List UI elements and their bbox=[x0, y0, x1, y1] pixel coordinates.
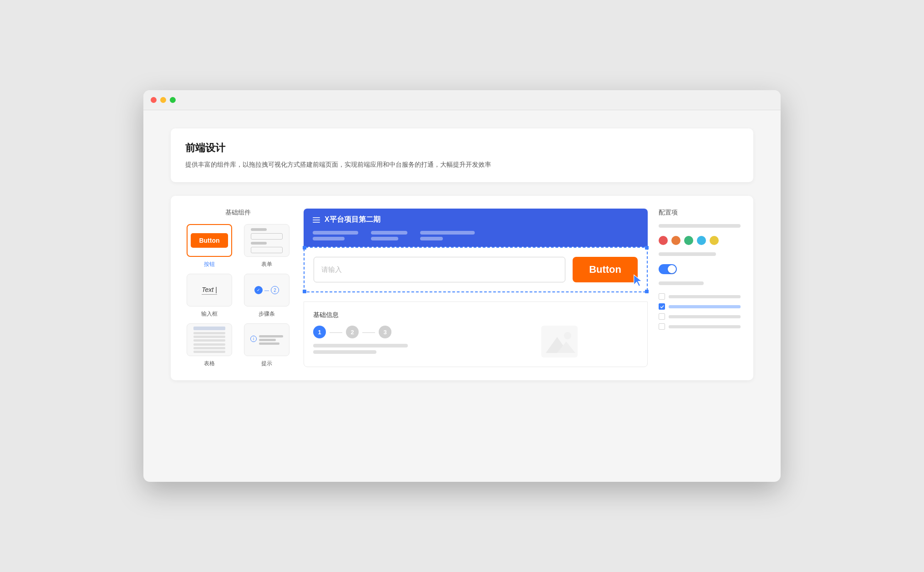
checkbox-row-1 bbox=[659, 293, 741, 300]
checkbox-label-4 bbox=[669, 325, 741, 328]
canvas-project-title: X平台项目第二期 bbox=[325, 215, 381, 225]
canvas-nav bbox=[313, 231, 639, 240]
config-bar-1 bbox=[659, 224, 741, 228]
canvas-button-label: Button bbox=[589, 264, 621, 276]
header-card: 前端设计 提供丰富的组件库，以拖拉拽可视化方式搭建前端页面，实现前端应用和中台服… bbox=[171, 128, 753, 182]
step-1: 1 bbox=[313, 326, 326, 338]
component-label-button: 按钮 bbox=[204, 260, 215, 268]
config-bar-3 bbox=[659, 281, 704, 285]
main-content: 前端设计 提供丰富的组件库，以拖拉拽可视化方式搭建前端页面，实现前端应用和中台服… bbox=[143, 110, 781, 398]
canvas-header-top: X平台项目第二期 bbox=[313, 215, 639, 225]
component-box-button[interactable]: Button bbox=[187, 224, 232, 257]
step-connector-1: —— bbox=[330, 328, 342, 336]
checkbox-row-2 bbox=[659, 303, 741, 310]
color-red[interactable] bbox=[659, 236, 668, 245]
handle-br[interactable] bbox=[645, 290, 649, 293]
component-label-form: 表单 bbox=[261, 260, 272, 268]
component-box-form[interactable] bbox=[244, 224, 289, 257]
component-item-table[interactable]: 表格 bbox=[183, 323, 235, 368]
hint-preview: i bbox=[250, 335, 283, 345]
hint-icon: i bbox=[250, 336, 257, 342]
button-preview: Button bbox=[191, 233, 228, 248]
color-orange[interactable] bbox=[671, 236, 680, 245]
config-bar-2 bbox=[659, 252, 716, 256]
checkbox-label-3 bbox=[669, 315, 741, 318]
canvas-button[interactable]: Button bbox=[573, 257, 638, 282]
info-left: 1 —— 2 —— 3 bbox=[313, 326, 471, 354]
info-lines bbox=[313, 344, 471, 354]
page-title: 前端设计 bbox=[185, 141, 739, 155]
cursor-icon bbox=[632, 274, 645, 287]
color-dots bbox=[659, 236, 741, 245]
component-item-steps[interactable]: ✓ — 2 步骤条 bbox=[241, 274, 293, 318]
checkbox-label-2 bbox=[669, 305, 741, 308]
svg-point-2 bbox=[564, 332, 571, 339]
component-box-input[interactable]: Text | bbox=[187, 274, 232, 306]
checkbox-row-3 bbox=[659, 313, 741, 320]
step-2-circle: 2 bbox=[271, 286, 279, 294]
mountain-placeholder bbox=[541, 326, 578, 358]
component-label-steps: 步骤条 bbox=[259, 310, 275, 318]
center-panel: X平台项目第二期 bbox=[304, 209, 648, 368]
left-panel: 基础组件 Button 按钮 bbox=[183, 209, 293, 368]
maximize-button[interactable] bbox=[170, 97, 176, 103]
handle-tr[interactable] bbox=[645, 246, 649, 250]
color-green[interactable] bbox=[684, 236, 693, 245]
checkbox-4[interactable] bbox=[659, 323, 665, 330]
checkbox-group bbox=[659, 293, 741, 330]
toggle-switch[interactable] bbox=[659, 264, 677, 274]
steps-row: 1 —— 2 —— 3 bbox=[313, 326, 471, 338]
component-label-input: 输入框 bbox=[201, 310, 218, 318]
close-button[interactable] bbox=[151, 97, 157, 103]
page-description: 提供丰富的组件库，以拖拉拽可视化方式搭建前端页面，实现前端应用和中台服务的打通，… bbox=[185, 159, 739, 169]
toggle-row bbox=[659, 264, 741, 274]
hint-lines bbox=[259, 335, 283, 345]
component-box-table[interactable] bbox=[187, 323, 232, 356]
app-window: 前端设计 提供丰富的组件库，以拖拉拽可视化方式搭建前端页面，实现前端应用和中台服… bbox=[143, 90, 781, 482]
checkbox-row-4 bbox=[659, 323, 741, 330]
component-item-hint[interactable]: i 提示 bbox=[241, 323, 293, 368]
component-box-steps[interactable]: ✓ — 2 bbox=[244, 274, 289, 306]
selection-area: 请输入 Button bbox=[304, 247, 648, 292]
config-section-3 bbox=[659, 281, 741, 285]
hamburger-icon[interactable] bbox=[313, 217, 320, 223]
steps-preview: ✓ — 2 bbox=[254, 286, 279, 294]
checkbox-3[interactable] bbox=[659, 313, 665, 320]
info-content: 1 —— 2 —— 3 bbox=[313, 326, 638, 358]
main-section: 基础组件 Button 按钮 bbox=[171, 196, 753, 380]
component-box-hint[interactable]: i bbox=[244, 323, 289, 356]
component-item-button[interactable]: Button 按钮 bbox=[183, 224, 235, 268]
color-cyan[interactable] bbox=[697, 236, 706, 245]
titlebar bbox=[143, 90, 781, 110]
component-label-table: 表格 bbox=[204, 360, 215, 368]
color-yellow[interactable] bbox=[710, 236, 719, 245]
canvas-header: X平台项目第二期 bbox=[304, 209, 648, 247]
components-grid: Button 按钮 bbox=[183, 224, 293, 368]
info-section-title: 基础信息 bbox=[313, 311, 638, 319]
config-section-1 bbox=[659, 224, 741, 228]
minimize-button[interactable] bbox=[160, 97, 166, 103]
handle-bl[interactable] bbox=[303, 290, 306, 293]
checkbox-2[interactable] bbox=[659, 303, 665, 310]
form-preview bbox=[251, 228, 283, 253]
canvas-info: 基础信息 1 —— 2 —— 3 bbox=[304, 301, 648, 367]
canvas-input[interactable]: 请输入 bbox=[314, 257, 565, 282]
checkmark-icon bbox=[660, 305, 664, 308]
handle-tl[interactable] bbox=[303, 246, 306, 250]
step-connector-2: —— bbox=[362, 328, 375, 336]
component-item-form[interactable]: 表单 bbox=[241, 224, 293, 268]
canvas-input-placeholder: 请输入 bbox=[321, 266, 342, 274]
config-section-2 bbox=[659, 252, 741, 256]
right-panel: 配置项 bbox=[659, 209, 741, 368]
step-1-check: ✓ bbox=[254, 286, 263, 294]
info-right bbox=[480, 326, 638, 358]
step-2: 2 bbox=[346, 326, 359, 338]
step-dash-1: — bbox=[264, 288, 269, 293]
step-3: 3 bbox=[379, 326, 391, 338]
component-item-input[interactable]: Text | 输入框 bbox=[183, 274, 235, 318]
input-preview: Text | bbox=[202, 286, 217, 295]
config-title: 配置项 bbox=[659, 209, 741, 217]
checkbox-label-1 bbox=[669, 295, 741, 298]
svg-marker-0 bbox=[634, 275, 642, 286]
checkbox-1[interactable] bbox=[659, 293, 665, 300]
